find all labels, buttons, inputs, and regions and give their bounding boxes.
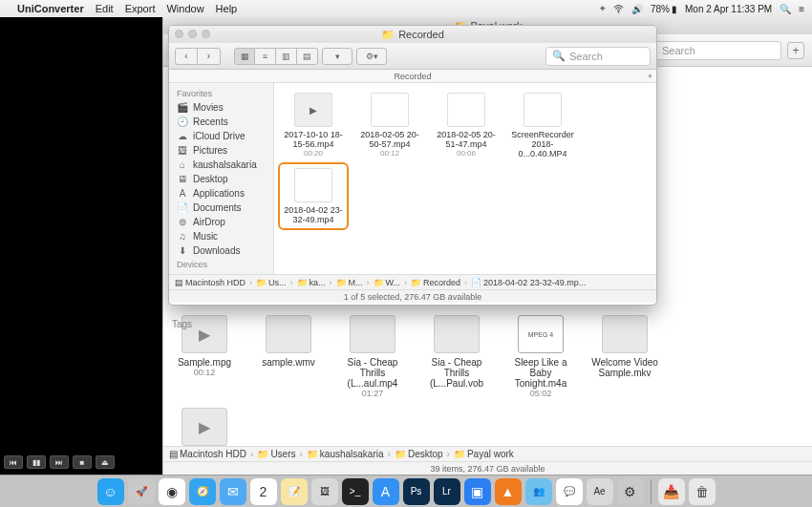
dock-appstore[interactable]: A [373,478,399,505]
view-column-button[interactable]: ▥ [276,48,297,65]
sidebar-item-pictures[interactable]: 🖼Pictures [169,143,273,158]
dock-chrome[interactable]: ◉ [159,478,185,505]
file-icon [524,93,562,127]
back-button[interactable]: ‹ [175,48,198,65]
menu-edit[interactable]: Edit [96,3,114,14]
add-column-button[interactable]: + [648,70,652,83]
file-icon [447,93,485,127]
sidebar-item-downloads[interactable]: ⬇Downloads [169,243,273,258]
path-segment[interactable]: 📁 Desktop [395,449,443,459]
dock-lightroom[interactable]: Lr [434,478,460,505]
path-segment[interactable]: ▤ Macintosh HDD [169,449,246,459]
file-item[interactable]: ▶Welcome Video Sample.mov00:28 [171,408,238,446]
play-button[interactable]: ▮▮ [27,455,46,469]
dock-trash[interactable]: 🗑 [689,478,716,505]
file-item[interactable]: sample.wmv [255,315,322,398]
player-controls: ⏮ ▮▮ ⏭ ■ ⏏ [4,455,115,469]
dock-mail[interactable]: ✉ [220,478,246,505]
dock-downloads[interactable]: 📥 [658,478,685,505]
path-segment[interactable]: 📁 kaushalsakaria [307,449,384,459]
view-icon-button[interactable]: ▦ [234,48,255,65]
menu-window[interactable]: Window [166,3,203,14]
sidebar-icon: ☁︎ [177,131,188,141]
menu-export[interactable]: Export [125,3,156,14]
uniconverter-preview [0,17,162,475]
sidebar-item-airdrop[interactable]: ⊚AirDrop [169,215,273,229]
file-item[interactable]: Welcome Video Sample.mkv [591,315,658,398]
path-segment[interactable]: 📁 Users [257,449,295,459]
path-segment[interactable]: 📄 2018-04-02 23-32-49.mp... [471,278,586,287]
path-bar-front[interactable]: ▤ Macintosh HDD›📁 Us...›📁 ka...›📁 M...›📁… [169,274,656,289]
path-segment[interactable]: 📁 Payal work [454,449,514,459]
dock-launchpad[interactable]: 🚀 [128,478,155,505]
sidebar-item-recents[interactable]: 🕘Recents [169,115,273,129]
dock-settings[interactable]: ⚙ [617,478,644,505]
forward-button[interactable]: › [198,48,221,65]
sidebar-item-applications[interactable]: AApplications [169,186,273,201]
file-item[interactable]: MPEG 4Sleep Like a Baby Tonight.m4a05:02 [507,315,574,398]
search-input-back[interactable]: 🔍 Search [638,41,781,60]
path-segment[interactable]: 📁 ka... [297,278,326,287]
arrange-dropdown[interactable]: ▾ [322,48,353,65]
sidebar-item-music[interactable]: ♫Music [169,229,273,243]
rewind-button[interactable]: ⏮ [4,455,23,469]
path-segment[interactable]: 📁 Us... [256,278,287,287]
sidebar-item-kaushalsakaria[interactable]: ⌂kaushalsakaria [169,158,273,172]
eject-button[interactable]: ⏏ [96,455,115,469]
path-segment[interactable]: 📁 Recorded [411,278,460,287]
file-item[interactable]: Sia - Cheap Thrills (L...Paul.vob [423,315,490,398]
file-item[interactable]: Sia - Cheap Thrills (L...aul.mp401:27 [339,315,406,398]
window-title-front[interactable]: 📁 Recorded [169,26,656,43]
spotlight-icon[interactable]: 🔍 [780,4,791,14]
dock-keynote[interactable]: ▣ [464,478,491,505]
search-input-front[interactable]: 🔍 Search [545,47,651,66]
dock-finder[interactable]: ☺ [97,478,124,505]
view-list-button[interactable]: ≡ [255,48,276,65]
menu-help[interactable]: Help [216,3,238,14]
dock-safari[interactable]: 🧭 [189,478,216,505]
sidebar-item-movies[interactable]: 🎬Movies [169,100,273,115]
sidebar-icon: ⊚ [177,217,188,227]
dock-messenger[interactable]: 💬 [556,478,583,505]
sidebar-icon: ♫ [177,231,188,242]
sidebar-item-desktop[interactable]: 🖥Desktop [169,172,273,186]
path-bar-back[interactable]: ▤ Macintosh HDD›📁 Users›📁 kaushalsakaria… [163,446,812,461]
file-item[interactable]: 2017-10-10 18-15-56.mp400:20 [282,93,345,158]
clock[interactable]: Mon 2 Apr 11:33 PM [685,4,772,14]
dock-vlc[interactable]: ▲ [495,478,522,505]
menubar: UniConverter Edit Export Window Help ⌖ 🔊… [0,0,812,17]
search-icon: 🔍 [552,50,566,62]
folder-icon: 📁 [381,29,395,41]
forward-button[interactable]: ⏭ [50,455,69,469]
file-icon: ▶ [182,408,227,446]
dock-aftereffects[interactable]: Ae [587,478,613,505]
dock-calendar[interactable]: 2 [250,478,277,505]
view-gallery-button[interactable]: ▤ [297,48,318,65]
path-segment[interactable]: 📁 M... [336,278,363,287]
file-item[interactable]: 2018-04-02 23-32-49.mp4 [282,168,345,224]
file-item[interactable]: 2018-02-05 20-50-57.mp400:12 [358,93,421,158]
file-item[interactable]: ScreenRecorder 2018-0...0.40.MP4 [511,93,574,158]
stop-button[interactable]: ■ [73,455,92,469]
add-button[interactable]: + [787,42,804,59]
sidebar-item-icloud drive[interactable]: ☁︎iCloud Drive [169,129,273,143]
path-segment[interactable]: ▤ Macintosh HDD [175,278,246,287]
bluetooth-icon[interactable]: ⌖ [600,3,606,14]
window-controls[interactable] [175,30,210,38]
dock-notes[interactable]: 📝 [281,478,308,505]
file-grid[interactable]: 2017-10-10 18-15-56.mp400:202018-02-05 2… [274,83,656,274]
action-dropdown[interactable]: ⚙▾ [356,48,387,65]
volume-icon[interactable]: 🔊 [631,4,643,14]
wifi-icon[interactable] [613,4,624,14]
dock-team[interactable]: 👥 [525,478,552,505]
file-item[interactable]: 2018-02-05 20-51-47.mp400:06 [435,93,498,158]
path-segment[interactable]: 📁 W... [374,278,401,287]
dock-photoshop[interactable]: Ps [403,478,430,505]
dock-preview[interactable]: 🖼 [311,478,338,505]
sidebar-item-documents[interactable]: 📄Documents [169,201,273,215]
sidebar-icon: A [177,188,188,199]
dock-terminal[interactable]: >_ [342,478,369,505]
notification-icon[interactable]: ≡ [799,4,804,14]
battery-status[interactable]: 78% ▮ [651,4,677,14]
app-name[interactable]: UniConverter [17,3,84,14]
